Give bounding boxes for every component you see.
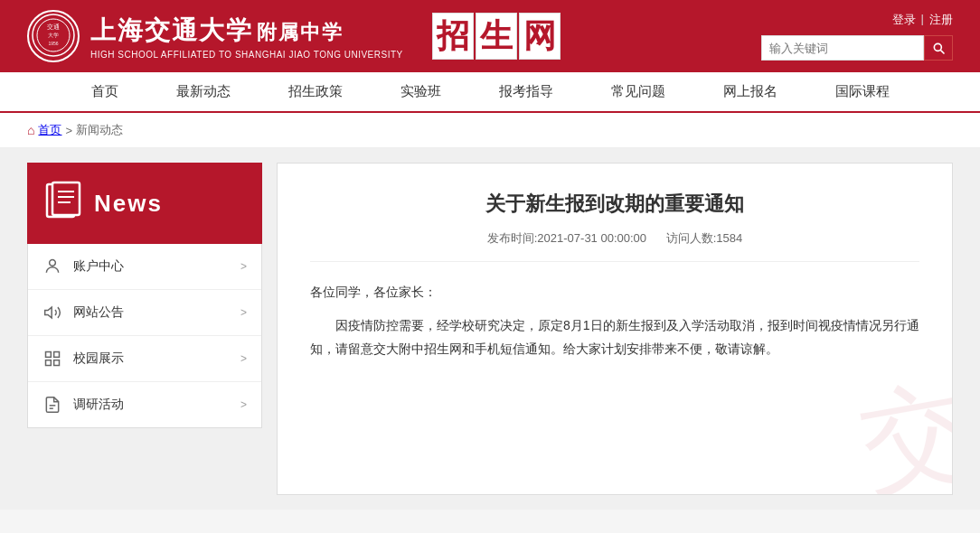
svg-rect-14 <box>46 360 52 366</box>
svg-rect-12 <box>46 352 52 358</box>
school-logo: 交通 大学 1956 <box>27 10 80 62</box>
site-title-char-1: 招 <box>432 13 474 60</box>
news-icon <box>45 181 81 226</box>
breadcrumb-separator: > <box>65 124 72 137</box>
publish-time: 2021-07-31 00:00:00 <box>537 231 646 245</box>
account-label: 账户中心 <box>73 258 230 275</box>
account-arrow: > <box>240 260 247 273</box>
breadcrumb: ⌂ 首页 > 新闻动态 <box>0 113 980 148</box>
school-name-en: HIGH SCHOOL AFFILIATED TO SHANGHAI JIAO … <box>90 50 403 60</box>
article-content: 关于新生报到改期的重要通知 发布时间:2021-07-31 00:00:00 访… <box>277 163 953 495</box>
site-title-char-3: 网 <box>519 13 561 60</box>
svg-rect-13 <box>54 352 60 358</box>
sidebar: News 账户中心 > <box>27 163 262 495</box>
campus-label: 校园展示 <box>73 351 230 367</box>
sidebar-title: News <box>94 190 163 218</box>
nav-item-intl[interactable]: 国际课程 <box>806 72 919 111</box>
campus-arrow: > <box>240 352 247 365</box>
main-content: News 账户中心 > <box>0 148 980 510</box>
article-title: 关于新生报到改期的重要通知 <box>310 191 919 218</box>
svg-rect-6 <box>52 182 80 215</box>
svg-text:1956: 1956 <box>48 41 58 46</box>
nav-item-apply[interactable]: 网上报名 <box>694 72 806 111</box>
sidebar-header: News <box>27 163 262 244</box>
body-content: 因疫情防控需要，经学校研究决定，原定8月1日的新生报到及入学活动取消，报到时间视… <box>310 313 919 361</box>
sidebar-item-research[interactable]: 调研活动 > <box>28 382 261 427</box>
svg-text:大学: 大学 <box>48 33 59 38</box>
logo-inner: 交通 大学 1956 <box>31 13 76 61</box>
watermark: 交 <box>850 357 953 495</box>
search-icon <box>931 41 946 55</box>
school-name-block: 上海交通大学附属中学 HIGH SCHOOL AFFILIATED TO SHA… <box>90 14 403 60</box>
login-link[interactable]: 登录 <box>892 12 916 28</box>
register-link[interactable]: 注册 <box>929 12 953 28</box>
sidebar-menu: 账户中心 > 网站公告 > <box>27 244 262 428</box>
site-title-box: 招 生 网 <box>432 13 561 60</box>
person-icon <box>42 257 62 276</box>
search-button[interactable] <box>924 35 953 61</box>
article-meta: 发布时间:2021-07-31 00:00:00 访问人数:1584 <box>310 230 919 262</box>
search-box <box>761 35 953 61</box>
visit-count: 1584 <box>716 231 742 245</box>
nav-item-news[interactable]: 最新动态 <box>147 72 259 111</box>
research-label: 调研活动 <box>73 397 230 413</box>
announcement-label: 网站公告 <box>73 304 230 321</box>
research-arrow: > <box>240 398 247 411</box>
school-name-zh: 上海交通大学附属中学 <box>90 14 403 48</box>
main-nav: 首页 最新动态 招生政策 实验班 报考指导 常见问题 网上报名 国际课程 <box>0 72 980 113</box>
breadcrumb-current: 新闻动态 <box>76 122 123 138</box>
nav-item-policy[interactable]: 招生政策 <box>259 72 372 111</box>
header-right: 登录 | 注册 <box>761 12 953 61</box>
grid-icon <box>42 349 62 369</box>
visit-label: 访问人数: <box>666 231 717 245</box>
site-header: 交通 大学 1956 上海交通大学附属中学 HIGH SCHOOL AFFILI… <box>0 0 980 72</box>
nav-item-guide[interactable]: 报考指导 <box>470 72 582 111</box>
nav-item-lab[interactable]: 实验班 <box>372 72 470 111</box>
nav-item-faq[interactable]: 常见问题 <box>582 72 694 111</box>
search-input[interactable] <box>761 35 924 61</box>
sidebar-item-campus[interactable]: 校园展示 > <box>28 336 261 382</box>
publish-label: 发布时间: <box>487 231 538 245</box>
sidebar-item-account[interactable]: 账户中心 > <box>28 244 261 290</box>
header-left: 交通 大学 1956 上海交通大学附属中学 HIGH SCHOOL AFFILI… <box>27 10 561 62</box>
article-body: 各位同学，各位家长： 因疫情防控需要，经学校研究决定，原定8月1日的新生报到及入… <box>310 280 919 361</box>
sidebar-item-announcement[interactable]: 网站公告 > <box>28 290 261 336</box>
doc-icon <box>42 395 62 415</box>
site-title-char-2: 生 <box>476 13 517 60</box>
svg-point-10 <box>50 260 56 266</box>
speaker-icon <box>42 303 62 323</box>
breadcrumb-home[interactable]: 首页 <box>38 122 61 138</box>
announcement-arrow: > <box>240 306 247 319</box>
nav-item-home[interactable]: 首页 <box>62 72 147 111</box>
svg-text:交通: 交通 <box>47 23 60 31</box>
body-greeting: 各位同学，各位家长： <box>310 280 919 304</box>
svg-marker-11 <box>45 307 52 318</box>
home-icon: ⌂ <box>27 123 34 137</box>
header-links: 登录 | 注册 <box>892 12 953 28</box>
svg-rect-15 <box>54 360 60 366</box>
